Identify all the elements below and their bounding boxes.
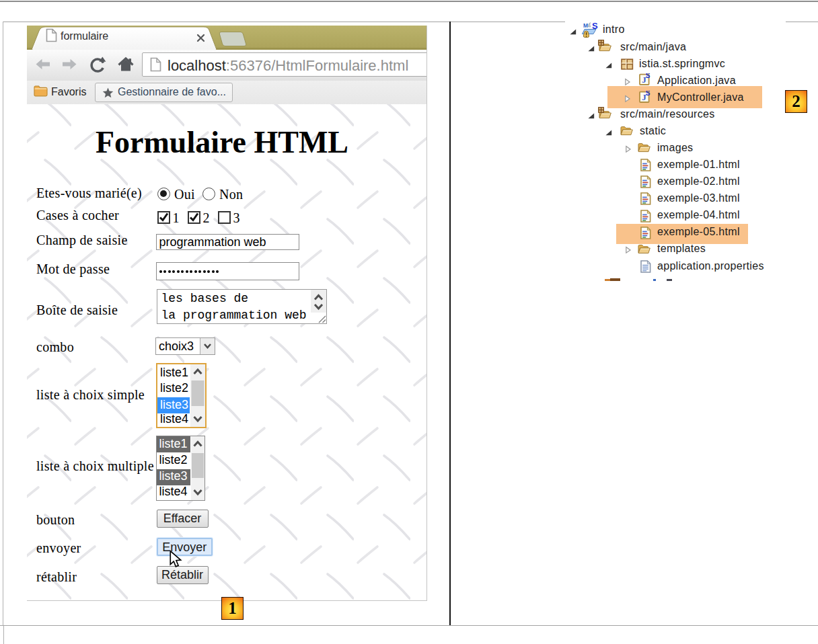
svg-text:S: S: [592, 22, 598, 31]
svg-text:M: M: [583, 22, 588, 29]
